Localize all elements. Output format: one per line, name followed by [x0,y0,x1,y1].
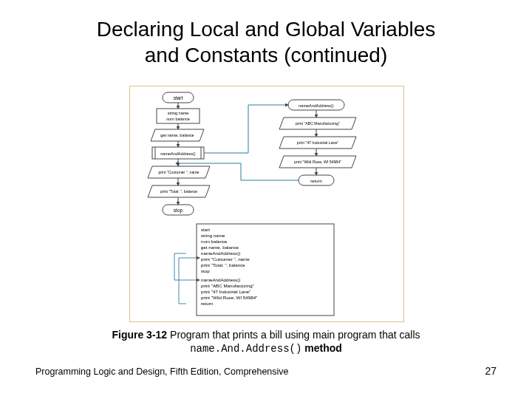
node-call1: nameAndAddress() [160,151,196,156]
pc-l9: nameAndAddress() [201,277,240,282]
figure-frame: start string name num balance get name, … [129,86,404,322]
slide: Declaring Local and Global Variables and… [0,0,532,399]
pc-l4: get name, balance [201,245,239,250]
caption-code: name.And.Address() [190,343,301,355]
pc-l2: string name [201,233,225,238]
slide-title: Declaring Local and Global Variables and… [0,16,532,68]
pc-l13: return [201,301,214,306]
node-return: return [310,179,322,183]
node-out1: print "Customer ", name [158,170,199,174]
node-out2: print "Total: ", balance [160,189,197,194]
caption-prefix: Figure 3-12 [112,329,167,341]
flowchart-svg: start string name num balance get name, … [130,86,403,321]
pc-l6: print "Customer ", name [201,256,250,262]
pc-l11: print "47 Industrial Lane" [201,289,250,294]
node-p1: print "ABC Manufacturing" [296,121,340,126]
pc-l12: print "Wild Rose, WI 54984" [201,295,257,300]
title-line-1: Declaring Local and Global Variables [97,18,436,41]
pc-l10: print "ABC Manufacturing" [201,283,254,288]
node-p2: print "47 Industrial Lane" [297,140,339,145]
node-stop: stop [174,208,183,214]
node-decl2: num balance [166,117,190,121]
title-line-2: and Constants (continued) [145,44,387,66]
node-sub-head: nameAndAddress() [299,103,334,108]
pc-l3: num balance [201,239,228,244]
page-number: 27 [485,365,497,377]
caption-body: Program that prints a bill using main pr… [167,329,420,341]
pc-l1: start [201,227,210,232]
pc-l7: print "Total: ", balance [201,262,245,267]
footer-text: Programming Logic and Design, Fifth Edit… [35,366,289,377]
caption-body2: method [301,342,341,354]
node-p3: print "Wild Rose, WI 54984" [294,160,341,164]
pc-l8: stop [201,268,210,273]
node-decl1: string name [168,111,189,115]
figure-caption: Figure 3-12 Program that prints a bill u… [0,328,532,355]
node-io1: get name, balance [160,133,194,137]
node-start: start [174,95,183,100]
pc-l5: nameAndAddress() [201,250,240,256]
